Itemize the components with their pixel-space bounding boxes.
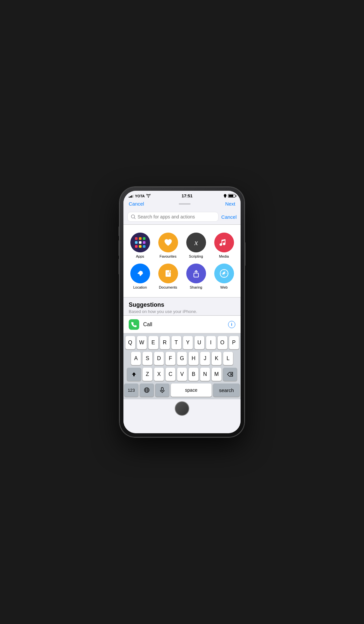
signal-bar-4	[133, 195, 134, 198]
script-x-icon: x	[190, 237, 202, 248]
key-z[interactable]: Z	[143, 368, 152, 381]
web-icon	[214, 264, 234, 283]
signal-icon	[129, 194, 134, 198]
key-c[interactable]: C	[166, 368, 175, 381]
svg-line-1	[134, 218, 135, 219]
search-key[interactable]: search	[213, 383, 240, 397]
suggestion-info-button[interactable]: i	[228, 321, 235, 328]
battery-fill	[229, 195, 233, 197]
category-location[interactable]: Location	[126, 261, 154, 292]
heart-icon	[163, 237, 173, 248]
media-icon	[214, 233, 234, 252]
search-icon	[131, 214, 136, 219]
cancel-nav-button[interactable]: Cancel	[129, 201, 144, 207]
key-u[interactable]: U	[195, 336, 204, 349]
signal-bar-2	[130, 196, 131, 198]
search-bar-row: Cancel	[123, 209, 241, 224]
shift-key[interactable]	[127, 368, 141, 381]
status-bar: YOTA 17:51	[123, 191, 241, 200]
mic-key[interactable]	[155, 383, 169, 397]
info-icon: i	[231, 322, 232, 327]
key-k[interactable]: K	[212, 352, 221, 365]
phone-screen: YOTA 17:51 Ca	[123, 191, 241, 433]
category-apps[interactable]: Apps	[126, 230, 154, 261]
power-button[interactable]	[245, 242, 246, 266]
search-input-wrap[interactable]	[127, 212, 219, 222]
mute-button[interactable]	[118, 226, 119, 236]
key-y[interactable]: Y	[183, 336, 193, 349]
suggestions-section: Suggestions Based on how you use your iP…	[123, 298, 241, 315]
space-key[interactable]: space	[171, 383, 212, 397]
key-d[interactable]: D	[154, 352, 164, 365]
key-v[interactable]: V	[177, 368, 187, 381]
microphone-icon	[160, 387, 165, 393]
drag-handle	[179, 203, 191, 205]
svg-rect-16	[161, 387, 163, 391]
key-m[interactable]: M	[212, 368, 221, 381]
key-x[interactable]: X	[154, 368, 164, 381]
search-input[interactable]	[138, 214, 215, 219]
key-q[interactable]: Q	[125, 336, 135, 349]
key-r[interactable]: R	[160, 336, 170, 349]
num-key[interactable]: 123	[124, 383, 138, 397]
next-nav-button[interactable]: Next	[225, 201, 235, 207]
location-label: Location	[133, 285, 147, 289]
key-h[interactable]: H	[189, 352, 198, 365]
delete-key[interactable]	[223, 368, 237, 381]
media-label: Media	[219, 254, 229, 258]
keyboard-row-3: Z X C V B N M	[124, 368, 240, 381]
category-web[interactable]: Web	[210, 261, 238, 292]
key-f[interactable]: F	[166, 352, 175, 365]
status-time: 17:51	[182, 193, 193, 198]
top-nav: Cancel Next	[123, 200, 241, 209]
category-scripting[interactable]: x Scripting	[182, 230, 210, 261]
document-icon	[163, 268, 173, 279]
apps-label: Apps	[136, 254, 144, 258]
category-documents[interactable]: Documents	[154, 261, 182, 292]
svg-rect-4	[194, 273, 198, 277]
music-note-icon	[219, 237, 229, 248]
key-t[interactable]: T	[171, 336, 181, 349]
home-button[interactable]	[175, 401, 189, 416]
key-g[interactable]: G	[177, 352, 187, 365]
category-media[interactable]: Media	[210, 230, 238, 261]
suggestion-call[interactable]: Call i	[123, 316, 241, 333]
documents-label: Documents	[159, 285, 177, 289]
divider-suggestions-top	[123, 315, 241, 316]
globe-key[interactable]	[140, 383, 154, 397]
key-o[interactable]: O	[218, 336, 227, 349]
key-b[interactable]: B	[189, 368, 198, 381]
key-p[interactable]: P	[229, 336, 239, 349]
search-cancel-button[interactable]: Cancel	[221, 214, 237, 220]
sharing-icon	[186, 264, 206, 283]
category-sharing[interactable]: Sharing	[182, 261, 210, 292]
volume-down-button[interactable]	[118, 259, 119, 274]
key-a[interactable]: A	[131, 352, 141, 365]
location-status-icon	[223, 194, 227, 198]
suggestions-title: Suggestions	[129, 301, 235, 308]
web-label: Web	[220, 285, 227, 289]
key-i[interactable]: I	[206, 336, 216, 349]
key-l[interactable]: L	[223, 352, 233, 365]
key-w[interactable]: W	[137, 336, 147, 349]
category-favourites[interactable]: Favourites	[154, 230, 182, 261]
share-icon	[191, 269, 201, 278]
category-grid: Apps Favourites x	[123, 225, 241, 297]
key-s[interactable]: S	[143, 352, 152, 365]
status-left: YOTA	[129, 194, 151, 198]
svg-rect-3	[166, 270, 171, 277]
keyboard-row-1: Q W E R T Y U I O P	[124, 336, 240, 349]
volume-up-button[interactable]	[118, 240, 119, 256]
home-button-area	[123, 399, 241, 416]
keyboard-row-2: A S D F G H J K L	[124, 352, 240, 365]
key-n[interactable]: N	[200, 368, 210, 381]
status-right	[223, 194, 235, 198]
apps-grid-dots	[135, 237, 145, 248]
arrow-location-icon	[135, 268, 145, 279]
favourites-icon	[158, 233, 178, 252]
scripting-label: Scripting	[189, 254, 203, 258]
documents-icon	[158, 264, 178, 283]
phone-app-icon	[129, 319, 139, 330]
key-e[interactable]: E	[148, 336, 158, 349]
key-j[interactable]: J	[200, 352, 210, 365]
